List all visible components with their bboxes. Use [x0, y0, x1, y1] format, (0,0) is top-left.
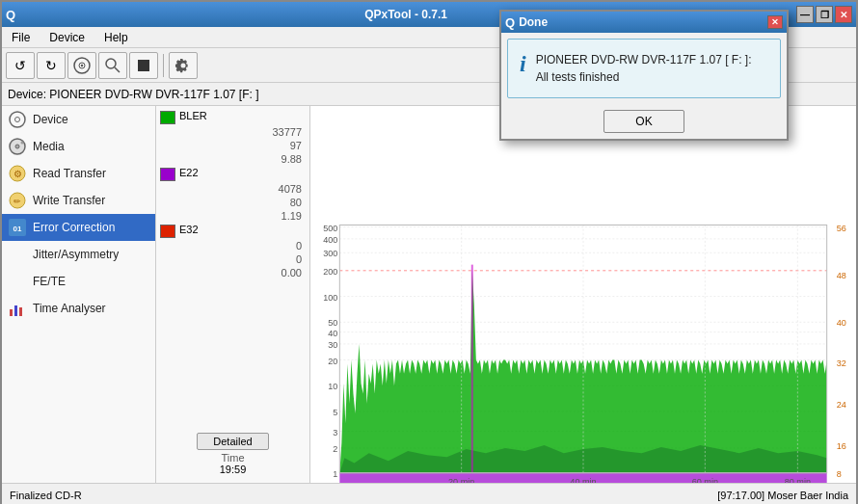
dialog-footer: OK [501, 104, 787, 139]
info-icon: i [520, 51, 526, 77]
dialog-message-line1: PIONEER DVD-RW DVR-117F 1.07 [ F: ]: [536, 51, 752, 68]
dialog-ok-button[interactable]: OK [603, 110, 684, 133]
dialog-title: Done [519, 15, 548, 29]
dialog-message-line2: All tests finished [536, 68, 752, 86]
main-window: Q QPxTool - 0.7.1 — ❐ ✕ File Device Help… [0, 0, 858, 504]
dialog-icon: Q [505, 15, 515, 30]
dialog-content: i PIONEER DVD-RW DVR-117F 1.07 [ F: ]: A… [507, 39, 781, 98]
done-dialog: Q Done ✕ i PIONEER DVD-RW DVR-117F 1.07 … [499, 10, 789, 141]
dialog-close-button[interactable]: ✕ [767, 15, 783, 29]
dialog-title-left: Q Done [505, 15, 548, 30]
dialog-title-bar: Q Done ✕ [501, 12, 787, 33]
dialog-overlay: Q Done ✕ i PIONEER DVD-RW DVR-117F 1.07 … [2, 2, 856, 502]
dialog-message: PIONEER DVD-RW DVR-117F 1.07 [ F: ]: All… [536, 51, 752, 86]
